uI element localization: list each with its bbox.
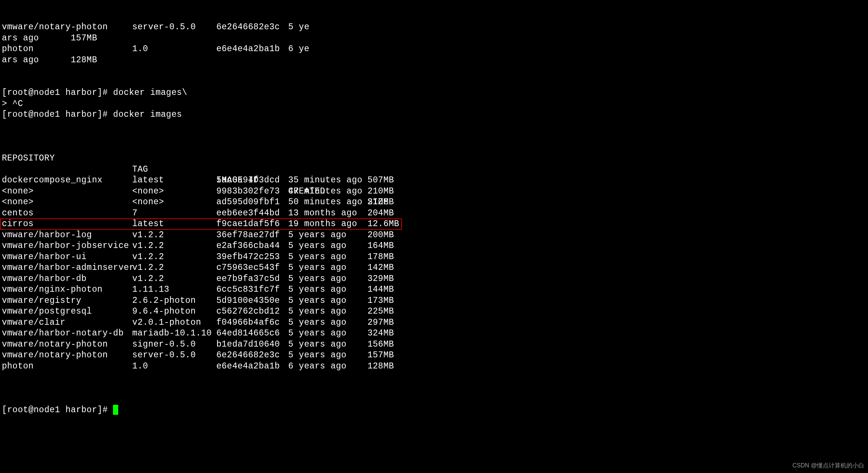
cell-tag: v1.2.2 (132, 262, 164, 274)
cell-imageid: 39efb472c253 (216, 252, 280, 263)
cell-imageid: 36ef78ae27df (216, 230, 280, 241)
table-row: vmware/clairv2.0.1-photonf04966b4af6c5 y… (0, 317, 868, 328)
cell-created: 5 years ago (288, 328, 346, 339)
cell-repository: <none> (2, 186, 34, 197)
cell-created: 5 years ago (288, 241, 346, 252)
cell-size: 156MB (368, 339, 394, 350)
command-line: > ^C (0, 99, 868, 110)
output-line: photon1.0e6e4e4a2ba1b6 ye (0, 44, 868, 55)
cell-imageid: 64ed814665c6 (216, 328, 280, 339)
cell-size: 204MB (368, 208, 394, 219)
cell-tag: signer-0.5.0 (132, 339, 196, 350)
table-row: vmware/notary-photonserver-0.5.06e264668… (0, 350, 868, 361)
cell-imageid: 5d9100e4350e (216, 295, 280, 307)
cell-created: 5 years ago (288, 317, 346, 328)
cell-created: 5 years ago (288, 284, 346, 295)
table-row: vmware/harbor-notary-dbmariadb-10.1.1064… (0, 328, 868, 339)
cell-tag: mariadb-10.1.10 (132, 328, 212, 339)
cell-imageid: 9983b302fe73 (216, 186, 280, 197)
cell-created: 19 months ago (288, 219, 357, 230)
table-row: vmware/nginx-photon1.11.136cc5c831fc7f5 … (0, 284, 868, 295)
cell-repository: vmware/registry (2, 295, 82, 307)
cell-tag: v1.2.2 (132, 252, 164, 263)
cell-size: 12.6MB (368, 219, 399, 230)
cell-imageid: f04966b4af6c (216, 317, 280, 328)
cell-imageid: e2af366cba44 (216, 241, 280, 252)
cell-repository: photon (2, 361, 34, 372)
cell-imageid: 6e2646682e3c (216, 350, 280, 361)
cursor (113, 405, 118, 415)
cell-repository: dockercompose_nginx (2, 175, 103, 186)
cell-size: 173MB (368, 295, 394, 307)
cell-repository: <none> (2, 197, 34, 208)
cell-imageid: 6cc5c831fc7f (216, 284, 280, 295)
cell-created: 47 minutes ago (288, 186, 362, 197)
cell-imageid: 5ac0a94f3dcd (216, 175, 280, 186)
table-row: cirroslatestf9cae1daf5f619 months ago12.… (0, 219, 868, 230)
cell-repository: vmware/postgresql (2, 306, 92, 317)
cell-created: 5 years ago (288, 230, 346, 241)
cell-tag: v1.2.2 (132, 274, 164, 285)
cell-repository: vmware/harbor-notary-db (2, 328, 124, 339)
cell-tag: 9.6.4-photon (132, 306, 196, 317)
cell-size: 329MB (368, 274, 394, 285)
cell-imageid: e6e4e4a2ba1b (216, 361, 280, 372)
cell-created: 5 years ago (288, 295, 346, 307)
cell-tag: <none> (132, 186, 164, 197)
cell-imageid: eeb6ee3f44bd (216, 208, 280, 219)
cell-created: 50 minutes ago (288, 197, 362, 208)
cell-size: 507MB (368, 175, 394, 186)
cell-tag: 1.11.13 (132, 284, 169, 295)
cell-created: 13 months ago (288, 208, 357, 219)
table-row: vmware/harbor-adminserverv1.2.2c75963ec5… (0, 262, 868, 274)
table-row: vmware/harbor-dbv1.2.2ee7b9fa37c5d5 year… (0, 274, 868, 285)
cell-repository: vmware/nginx-photon (2, 284, 103, 295)
cell-tag: 2.6.2-photon (132, 295, 196, 307)
cell-imageid: b1eda7d10640 (216, 339, 280, 350)
cell-repository: vmware/harbor-db (2, 274, 87, 285)
cell-imageid: ad595d09fbf1 (216, 197, 280, 208)
cell-size: 210MB (368, 186, 394, 197)
cell-size: 225MB (368, 306, 394, 317)
cell-created: 5 years ago (288, 306, 346, 317)
table-row: <none><none>ad595d09fbf150 minutes ago21… (0, 197, 868, 208)
table-row: photon1.0e6e4e4a2ba1b6 years ago128MB (0, 361, 868, 372)
cell-size: 324MB (368, 328, 394, 339)
cell-repository: vmware/harbor-ui (2, 252, 87, 263)
cell-imageid: c562762cbd12 (216, 306, 280, 317)
cell-tag: v1.2.2 (132, 241, 164, 252)
cell-size: 144MB (368, 284, 394, 295)
cell-tag: server-0.5.0 (132, 350, 196, 361)
cell-size: 297MB (368, 317, 394, 328)
cell-tag: <none> (132, 197, 164, 208)
cell-repository: vmware/clair (2, 317, 66, 328)
cell-imageid: ee7b9fa37c5d (216, 274, 280, 285)
cell-imageid: c75963ec543f (216, 262, 280, 274)
cell-created: 5 years ago (288, 339, 346, 350)
table-row: dockercompose_nginxlatest5ac0a94f3dcd35 … (0, 175, 868, 186)
table-row: <none><none>9983b302fe7347 minutes ago21… (0, 186, 868, 197)
cell-created: 5 years ago (288, 274, 346, 285)
output-line: ars ago 128MB (0, 55, 868, 66)
header-tag: TAG (132, 164, 148, 175)
cell-created: 5 years ago (288, 350, 346, 361)
command-line: [root@node1 harbor]# docker images (0, 109, 868, 120)
header-repository: REPOSITORY (2, 153, 55, 164)
cell-size: 164MB (368, 241, 394, 252)
table-row: vmware/harbor-jobservicev1.2.2e2af366cba… (0, 241, 868, 252)
cell-size: 210MB (368, 197, 394, 208)
table-row: vmware/harbor-uiv1.2.239efb472c2535 year… (0, 252, 868, 263)
cell-repository: vmware/notary-photon (2, 350, 108, 361)
cell-repository: vmware/harbor-adminserver (2, 262, 134, 274)
cell-size: 200MB (368, 230, 394, 241)
cell-tag: v2.0.1-photon (132, 317, 201, 328)
cell-repository: vmware/notary-photon (2, 339, 108, 350)
prompt-line[interactable]: [root@node1 harbor]# (0, 394, 868, 405)
watermark: CSDN @懂点计算机的小白 (792, 460, 864, 471)
table-row: vmware/notary-photonsigner-0.5.0b1eda7d1… (0, 339, 868, 350)
terminal-output[interactable]: vmware/notary-photonserver-0.5.06e264668… (0, 0, 868, 416)
cell-tag: 7 (132, 208, 137, 219)
cell-repository: centos (2, 208, 34, 219)
cell-size: 128MB (368, 361, 394, 372)
cell-imageid: f9cae1daf5f6 (216, 219, 280, 230)
